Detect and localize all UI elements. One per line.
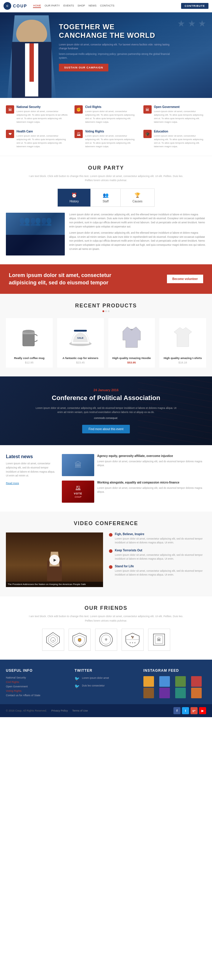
history-icon: ⏰ (71, 192, 77, 198)
svg-text:★ ★ ★: ★ ★ ★ (129, 642, 136, 644)
insta-1[interactable] (143, 676, 154, 687)
facebook-icon[interactable]: f (173, 707, 180, 714)
insta-6[interactable] (159, 688, 170, 698)
header: C COUP HOME OUR PARTY EVENTS SHOP NEWS C… (0, 0, 212, 13)
news-card-2-image: 🗳 VOTE COUP (62, 480, 94, 503)
friend-logo-2[interactable]: 🦁 (69, 628, 91, 651)
googleplus-icon[interactable]: g+ (190, 707, 198, 714)
nav-shop[interactable]: SHOP (78, 4, 85, 8)
feature-health-care: ❤ Health Care Lorem ipsum dolor sit amet… (6, 130, 69, 148)
video-player[interactable]: ▶ The President Addresses the Nation on … (6, 533, 103, 587)
product-price: $23.45 (61, 361, 100, 364)
friend-logo-1[interactable]: ★ (42, 628, 64, 651)
product-4[interactable]: High quality amazing t-shirts $18.18 (159, 318, 206, 368)
event-banner: 24 January 2016 Conference of Political … (0, 376, 212, 445)
event-title: Conference of Political Association (9, 394, 203, 402)
insta-5[interactable] (143, 688, 154, 698)
product-2[interactable]: SALE A fantastic cup for winners $23.45 (57, 318, 104, 368)
video-section: VIDEO CONFERENCE ▶ The President Address… (0, 512, 212, 596)
red-banner-text: Lorem ipsum dolor sit amet, consectetur … (9, 272, 111, 286)
products-title: RECENT PRODUCTS (6, 303, 206, 309)
footer-link-1[interactable]: National Security (6, 676, 69, 679)
footer-link-5[interactable]: Contact us for Affairs of State (6, 694, 69, 697)
footer-link-3[interactable]: Open Government (6, 685, 69, 688)
feature-text: Lorem ipsum dolor sit amet, consectetur … (154, 134, 206, 148)
feature-text: Lorem ipsum dolor sit amet, consectetur … (16, 134, 69, 148)
footer-bottom: © 2016 Coup. All Rights Reserved. Privac… (0, 704, 212, 717)
svg-text:🏛: 🏛 (157, 637, 161, 642)
product-price: $18.18 (163, 361, 203, 364)
read-more-link[interactable]: Read more (6, 482, 19, 485)
tab-causes[interactable]: 🏆 Causes (121, 189, 155, 207)
main-nav: HOME OUR PARTY EVENTS SHOP NEWS CONTACTS (33, 4, 114, 8)
become-volunteer-button[interactable]: Become volunteer (167, 275, 203, 283)
friend-logo-4[interactable]: 🦅 ★ ★ ★ (122, 628, 144, 651)
voting-icon: 🗳 (74, 130, 83, 138)
nav-events[interactable]: EVENTS (63, 4, 74, 8)
feature-title: Civil Rights (85, 105, 137, 108)
insta-7[interactable] (175, 688, 186, 698)
our-party-title: OUR PARTY (6, 165, 206, 171)
privacy-link[interactable]: Privacy Policy (51, 709, 68, 712)
friends-desc: I am text block. Click edit button to ch… (25, 614, 187, 623)
logo[interactable]: C COUP (3, 2, 27, 10)
feature-text: Lorem ipsum dolor sit amet, consectetur … (85, 110, 137, 124)
nav-contacts[interactable]: CONTACTS (100, 4, 114, 8)
twitter-icon[interactable]: t (182, 707, 189, 714)
insta-3[interactable] (175, 676, 186, 687)
news-section: Latest news Lorem ipsum dolor sit amet, … (0, 445, 212, 512)
svg-text:SALE: SALE (77, 337, 84, 339)
nav-news[interactable]: NEWS (89, 4, 97, 8)
tab-staff[interactable]: 👥 Staff (91, 189, 120, 207)
svg-text:🦁: 🦁 (77, 638, 82, 642)
product-name: A fantastic cup for winners (61, 356, 100, 360)
nav-our-party[interactable]: OUR PARTY (44, 4, 60, 8)
party-content: 👥👥👥 Lorem ipsum dolor sit amet, consecte… (6, 213, 206, 256)
tab-history[interactable]: ⏰ History (57, 189, 91, 207)
video-title: VIDEO CONFERENCE (6, 520, 206, 527)
friends-title: OUR FRIENDS (6, 605, 206, 611)
news-card-1[interactable]: 🏛 Agency equity, generosity affiliate, o… (62, 454, 206, 476)
feature-open-government: 🏛 Open Government Lorem ipsum dolor sit … (143, 105, 206, 124)
feature-text: Lorem ipsum dolor sit amet, consectetur … (154, 110, 206, 124)
svg-text:🦅: 🦅 (131, 635, 134, 639)
hero-subtitle: Lorem ipsum dolor sit amet, consectur ad… (59, 43, 171, 51)
footer-link-4[interactable]: Voting Rights (6, 689, 69, 692)
footer-useful-info: Useful Info National Security Civil Righ… (6, 668, 69, 698)
insta-2[interactable] (159, 676, 170, 687)
causes-icon: 🏆 (134, 192, 141, 198)
insta-8[interactable] (191, 688, 202, 698)
product-1[interactable]: Really cool coffee mug $12.95 (6, 318, 53, 368)
feature-title: Open Government (154, 105, 206, 108)
social-icons: f t g+ ▶ (173, 707, 206, 714)
youtube-icon[interactable]: ▶ (199, 707, 206, 714)
friend-logo-3[interactable]: ⚜ (95, 628, 117, 651)
find-more-event-button[interactable]: Find more about this event (82, 425, 130, 433)
footer-link-2[interactable]: Civil Rights (6, 681, 69, 684)
features-section: 🏛 National Security Lorem ipsum dolor si… (0, 98, 212, 156)
news-card-2[interactable]: 🗳 VOTE COUP Working alongside, equality … (62, 480, 206, 503)
twitter-title: Twitter (74, 668, 137, 673)
sustain-campaign-button[interactable]: SUSTAIN OUR CAMPAIGN (59, 64, 108, 72)
product-price: $12.95 (9, 361, 49, 364)
hero-title: TOGETHER WE CANCHANGE THE WORLD (59, 23, 206, 40)
video-item-1-text: Lorem ipsum dolor sit amet, consectetur … (115, 537, 206, 544)
news-card-1-text: Lorem ipsum dolor sit amet, consectetur … (97, 460, 206, 467)
insta-4[interactable] (191, 676, 202, 687)
footer: Useful Info National Security Civil Righ… (0, 660, 212, 717)
contribute-button[interactable]: CONTRIBUTE (181, 3, 209, 9)
copyright: © 2016 Coup. All Rights Reserved. (6, 709, 47, 712)
product-price: $53.95 (112, 361, 152, 364)
friend-logo-5[interactable]: 🏛 (148, 628, 170, 651)
news-card-2-title: Working alongside, equality aid compassi… (97, 480, 206, 485)
video-item-3: Stand for Life Lorem ipsum dolor sit ame… (109, 565, 206, 577)
nav-home[interactable]: HOME (33, 4, 41, 8)
product-3[interactable]: High quality Amazing Hoodie $53.95 (108, 318, 155, 368)
terms-link[interactable]: Terms of Use (72, 709, 88, 712)
svg-point-2 (23, 330, 35, 333)
open-govt-icon: 🏛 (143, 105, 152, 114)
staff-icon: 👥 (103, 192, 109, 198)
tshirt-image (172, 326, 193, 350)
hero-section: ★ ★ ★ TOGETHER WE CANCHANGE THE WORLD Lo… (0, 13, 212, 98)
play-button[interactable]: ▶ (49, 555, 60, 565)
